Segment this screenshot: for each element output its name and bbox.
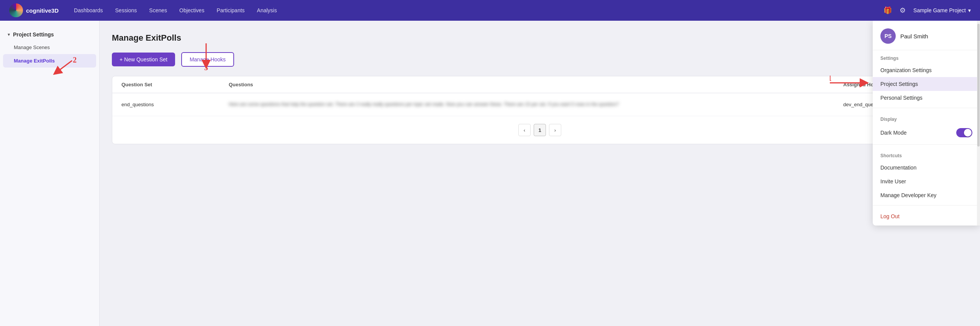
chevron-down-icon: ▾ <box>968 7 971 13</box>
settings-icon[interactable]: ⚙ <box>900 6 906 15</box>
nav-scenes[interactable]: Scenes <box>149 7 167 13</box>
project-selector[interactable]: Sample Game Project ▾ <box>913 7 971 13</box>
chevron-down-icon: ▾ <box>8 32 10 37</box>
new-question-set-button[interactable]: + New Question Set <box>112 53 175 66</box>
col-assigned-hook: Assigned Hook <box>843 82 958 87</box>
sidebar: ▾ Project Settings Manage Scenes Manage … <box>0 21 100 326</box>
nav-dashboards[interactable]: Dashboards <box>74 7 103 13</box>
prev-page-button[interactable]: ‹ <box>518 124 531 136</box>
cell-questions: Here are some questions that help the qu… <box>229 101 843 108</box>
next-page-button[interactable]: › <box>549 124 561 136</box>
cell-assigned-hook: dev_end_questions_ho... <box>843 102 958 107</box>
nav-links: Dashboards Sessions Scenes Objectives Pa… <box>74 7 883 13</box>
sidebar-item-manage-scenes[interactable]: Manage Scenes <box>0 41 99 54</box>
toolbar: + New Question Set Manage Hooks <box>112 52 968 67</box>
cell-question-set: end_questions <box>121 102 229 107</box>
project-name-text: Sample Game Project <box>913 7 966 13</box>
logo-text: cognitive3D <box>26 7 59 14</box>
sidebar-item-label: Manage ExitPolls <box>14 58 55 64</box>
nav-right: 🎁 ⚙ Sample Game Project ▾ <box>883 6 971 15</box>
main-layout: ▾ Project Settings Manage Scenes Manage … <box>0 21 980 326</box>
gift-icon[interactable]: 🎁 <box>883 6 892 15</box>
main-content: Manage ExitPolls + New Question Set Mana… <box>100 21 980 326</box>
top-navigation: cognitive3D Dashboards Sessions Scenes O… <box>0 0 980 21</box>
table-header: Question Set Questions Assigned Hook <box>112 76 967 93</box>
logo-icon <box>9 3 23 17</box>
sidebar-section-header[interactable]: ▾ Project Settings <box>0 28 99 41</box>
nav-participants[interactable]: Participants <box>216 7 244 13</box>
table-row: end_questions Here are some questions th… <box>112 93 967 116</box>
col-questions: Questions <box>229 82 843 87</box>
nav-analysis[interactable]: Analysis <box>257 7 277 13</box>
col-question-set: Question Set <box>121 82 229 87</box>
manage-hooks-button[interactable]: Manage Hooks <box>181 52 234 67</box>
sidebar-item-manage-exitpolls[interactable]: Manage ExitPolls <box>3 54 96 68</box>
logo-area[interactable]: cognitive3D <box>9 3 59 17</box>
sidebar-section-title: Project Settings <box>13 31 54 38</box>
nav-sessions[interactable]: Sessions <box>115 7 137 13</box>
page-1-button[interactable]: 1 <box>534 124 546 136</box>
exitpolls-table: Question Set Questions Assigned Hook end… <box>112 76 968 144</box>
sidebar-item-label: Manage Scenes <box>14 44 50 50</box>
nav-objectives[interactable]: Objectives <box>179 7 204 13</box>
page-title: Manage ExitPolls <box>112 33 968 43</box>
pagination: ‹ 1 › <box>112 116 967 144</box>
